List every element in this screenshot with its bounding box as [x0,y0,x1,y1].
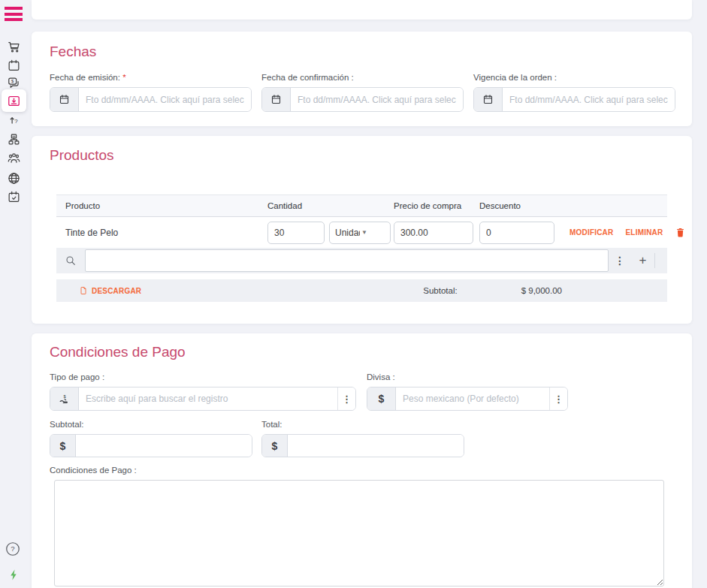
fecha-emision-label: Fecha de emisión: * [50,73,252,83]
users-icon[interactable] [5,149,23,167]
more-options-icon[interactable]: ⋮ [609,255,631,267]
add-product-icon[interactable]: + [631,253,655,268]
productos-section: Productos Producto Cantidad Precio de co… [32,136,692,324]
calendar-prefix-icon[interactable] [262,88,291,111]
divisa-label: Divisa : [367,372,568,382]
product-search-row: ⋮ + [56,248,667,273]
cart-icon[interactable] [5,38,23,56]
hand-dollar-icon[interactable]: $ [50,387,79,410]
fechas-title: Fechas [50,44,674,60]
file-icon [79,286,88,295]
descargar-button[interactable]: DESCARGAR [79,286,141,295]
table-footer-row: DESCARGAR Subtotal: $ 9,000.00 [56,279,667,302]
subtotal-label: Subtotal: [423,286,457,295]
total-field-label: Total: [261,420,464,430]
trash-icon[interactable] [675,227,686,238]
modificar-button[interactable]: MODIFICAR [570,228,613,237]
descuento-input[interactable] [479,222,554,244]
menu-icon[interactable] [5,7,23,22]
download-icon-active[interactable] [2,89,26,112]
total-input[interactable] [288,435,464,457]
eliminar-button[interactable]: ELIMINAR [625,228,663,237]
fecha-emision-input[interactable] [79,88,251,111]
subtotal-input[interactable] [76,435,252,457]
help-icon[interactable]: ? [5,541,21,557]
condiciones-title: Condiciones de Pago [50,344,674,360]
tipo-pago-label: Tipo de pago : [50,372,356,382]
vigencia-orden-field: Vigencia de la orden : [473,73,675,112]
subtotal-value: $ 9,000.00 [521,286,562,295]
bolt-icon[interactable] [8,568,20,581]
header-producto: Producto [56,201,267,210]
dollar-prefix-icon: $ [367,387,396,410]
fecha-confirmacion-field: Fecha de confirmación : [261,73,464,112]
dollar-prefix-icon: $ [262,435,288,457]
calendar-prefix-icon[interactable] [50,88,79,111]
search-icon [56,255,85,267]
globe-icon[interactable] [5,169,23,187]
precio-input[interactable] [394,222,473,244]
tipo-pago-field: Tipo de pago : $ ⋮ [50,372,356,411]
sitemap-icon[interactable] [5,130,23,148]
fecha-confirmacion-label: Fecha de confirmación : [261,73,464,83]
fechas-section: Fechas Fecha de emisión: * Fecha de conf… [32,32,692,126]
table-row: Tinte de Pelo Unidad (u)▼ MODIFICAR ELIM… [56,217,667,248]
header-cantidad: Cantidad [267,201,394,210]
arrows-updown-icon[interactable]: ? [5,111,23,129]
sidebar: $ ? ? [0,0,32,588]
header-precio: Precio de compra [394,201,479,210]
subtotal-field-label: Subtotal: [50,420,252,430]
total-field: Total: $ [261,420,464,457]
calendar-prefix-icon[interactable] [474,88,503,111]
vigencia-orden-label: Vigencia de la orden : [473,73,675,83]
product-name: Tinte de Pelo [56,228,267,238]
condiciones-section: Condiciones de Pago Tipo de pago : $ ⋮ D… [32,333,692,588]
divisa-input[interactable] [396,387,549,410]
product-search-input[interactable] [85,249,609,272]
productos-title: Productos [50,147,674,164]
svg-text:$: $ [64,394,67,398]
cantidad-input[interactable] [267,222,325,244]
subtotal-field: Subtotal: $ [50,420,252,457]
table-header-row: Producto Cantidad Precio de compra Descu… [56,195,667,217]
svg-text:?: ? [11,544,14,553]
dollar-prefix-icon: $ [50,435,76,457]
divisa-field: Divisa : $ ⋮ [367,372,568,411]
condiciones-texto-input[interactable] [54,480,664,586]
condiciones-texto-field: Condiciones de Pago : [50,466,674,586]
tipo-pago-input[interactable] [79,387,337,410]
unidad-select[interactable]: Unidad (u)▼ [329,222,391,244]
fecha-confirmacion-input[interactable] [291,88,463,111]
top-card [32,0,692,20]
svg-text:?: ? [14,118,18,125]
productos-table: Producto Cantidad Precio de compra Descu… [56,194,667,302]
fecha-emision-field: Fecha de emisión: * [50,73,252,112]
divisa-options-icon[interactable]: ⋮ [549,387,567,410]
vigencia-orden-input[interactable] [503,88,675,111]
svg-text:$: $ [11,79,14,83]
chevron-down-icon: ▼ [361,229,386,236]
header-descuento: Descuento [479,201,562,210]
calendar-icon[interactable] [5,56,23,74]
tipo-pago-options-icon[interactable]: ⋮ [337,387,355,410]
calendar-check-icon[interactable] [5,188,23,206]
condiciones-texto-label: Condiciones de Pago : [50,466,674,475]
